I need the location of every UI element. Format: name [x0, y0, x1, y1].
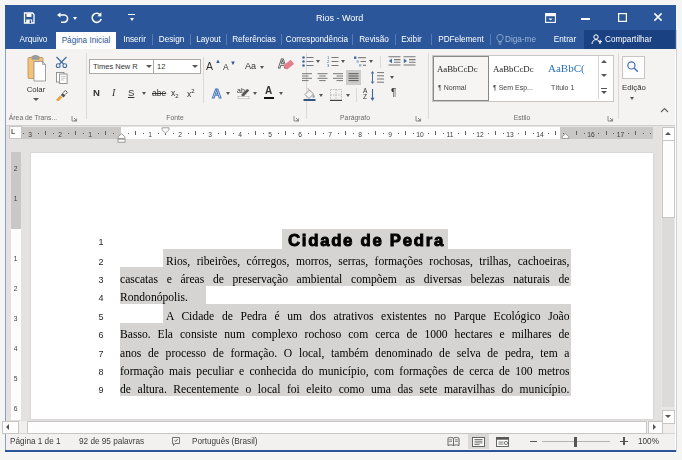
svg-text:3: 3 — [327, 63, 330, 67]
svg-text:A: A — [212, 86, 222, 101]
